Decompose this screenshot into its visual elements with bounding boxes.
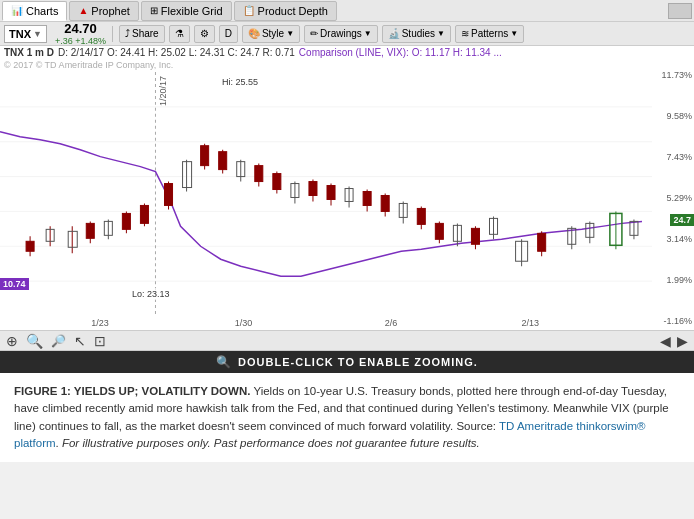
y-axis: 11.73% 9.58% 7.43% 5.29% 3.14% 1.99% -1.… [652, 46, 694, 330]
chart-info-bar: TNX 1 m D D: 2/14/17 O: 24.41 H: 25.02 L… [0, 46, 694, 59]
gear-icon: ⚙ [200, 28, 209, 39]
x-label-2: 1/30 [235, 318, 253, 328]
studies-dropdown-icon: ▼ [437, 29, 445, 38]
zoom-in-button[interactable]: 🔍 [24, 333, 45, 349]
zoom-out-button[interactable]: 🔎 [49, 334, 68, 348]
d-button[interactable]: D [219, 25, 238, 43]
lo-annotation: Lo: 23.13 [130, 288, 172, 300]
y-label-6: 1.99% [654, 275, 692, 285]
hi-annotation: Hi: 25.55 [220, 76, 260, 88]
style-button[interactable]: 🎨 Style ▼ [242, 25, 300, 43]
scroll-left-button[interactable]: ◀ [658, 333, 673, 349]
style-dropdown-icon: ▼ [286, 29, 294, 38]
grid-icon: ⊞ [150, 5, 158, 16]
zoom-icon: 🔍 [216, 355, 232, 369]
y-label-3: 7.43% [654, 152, 692, 162]
tab-prophet[interactable]: ▲ Prophet [69, 1, 138, 21]
patterns-button[interactable]: ≋ Patterns ▼ [455, 25, 524, 43]
x-label-1: 1/23 [91, 318, 109, 328]
zoom-bar[interactable]: 🔍 DOUBLE-CLICK TO ENABLE ZOOMING. [0, 351, 694, 373]
share-icon: ⤴ [125, 28, 130, 39]
flask-button[interactable]: ⚗ [169, 25, 190, 43]
cursor-button[interactable]: ↖ [72, 333, 88, 349]
window-controls[interactable] [668, 3, 692, 19]
svg-rect-34 [273, 174, 281, 190]
top-toolbar: 📊 Charts ▲ Prophet ⊞ Flexible Grid 📋 Pro… [0, 0, 694, 22]
svg-rect-38 [309, 182, 317, 196]
share-button[interactable]: ⤴ Share [119, 25, 165, 43]
flask-icon: ⚗ [175, 28, 184, 39]
svg-rect-44 [363, 192, 371, 206]
price-badge: 24.7 [670, 214, 694, 226]
caption-area: FIGURE 1: YIELDS UP; VOLATILITY DOWN. Yi… [0, 373, 694, 462]
svg-rect-26 [201, 146, 209, 166]
drawings-icon: ✏ [310, 28, 318, 39]
crosshair-button[interactable]: ⊡ [92, 333, 108, 349]
chart-svg [0, 72, 652, 316]
chart-area[interactable]: TNX 1 m D D: 2/14/17 O: 24.41 H: 25.02 L… [0, 46, 694, 331]
tab-flexible-grid[interactable]: ⊞ Flexible Grid [141, 1, 232, 21]
tab-product-depth[interactable]: 📋 Product Depth [234, 1, 337, 21]
drawings-button[interactable]: ✏ Drawings ▼ [304, 25, 378, 43]
svg-rect-28 [219, 152, 227, 170]
sep1 [112, 26, 113, 42]
x-axis: 1/23 1/30 2/6 2/13 [0, 316, 652, 330]
symbol-dropdown-icon[interactable]: ▼ [33, 29, 42, 39]
svg-rect-20 [140, 205, 148, 223]
date-annotation: 1/20/17 [158, 76, 168, 106]
caption-text: FIGURE 1: YIELDS UP; VOLATILITY DOWN. Yi… [14, 383, 680, 452]
studies-icon: 🔬 [388, 28, 400, 39]
symbol-input[interactable]: TNX ▼ [4, 25, 47, 43]
x-label-4: 2/13 [522, 318, 540, 328]
studies-button[interactable]: 🔬 Studies ▼ [382, 25, 451, 43]
svg-rect-62 [538, 233, 546, 251]
y-label-5: 3.14% [654, 234, 692, 244]
gear-button[interactable]: ⚙ [194, 25, 215, 43]
svg-rect-52 [435, 223, 443, 239]
svg-rect-46 [381, 195, 389, 211]
svg-rect-14 [86, 223, 94, 238]
svg-rect-8 [26, 241, 34, 251]
left-price-badge: 10.74 [0, 278, 29, 290]
svg-rect-22 [165, 184, 173, 206]
y-label-4: 5.29% [654, 193, 692, 203]
style-icon: 🎨 [248, 28, 260, 39]
y-label-2: 9.58% [654, 111, 692, 121]
patterns-icon: ≋ [461, 28, 469, 39]
price-display: 24.70 +.36 +1.48% [55, 21, 106, 46]
scroll-right-button[interactable]: ▶ [675, 333, 690, 349]
svg-rect-32 [255, 166, 263, 182]
charts-icon: 📊 [11, 5, 23, 16]
y-label-7: -1.16% [654, 316, 692, 326]
caption-figure: FIGURE 1: YIELDS UP; VOLATILITY DOWN. [14, 385, 250, 397]
x-label-3: 2/6 [385, 318, 398, 328]
tab-charts[interactable]: 📊 Charts [2, 1, 67, 21]
y-label-1: 11.73% [654, 70, 692, 80]
scroll-arrows: ◀ ▶ [658, 333, 690, 349]
drawings-dropdown-icon: ▼ [364, 29, 372, 38]
chart-copyright: © 2017 © TD Ameritrade IP Company, Inc. [4, 60, 173, 70]
second-toolbar: TNX ▼ 24.70 +.36 +1.48% ⤴ Share ⚗ ⚙ D 🎨 … [0, 22, 694, 46]
patterns-dropdown-icon: ▼ [510, 29, 518, 38]
svg-rect-18 [122, 213, 130, 229]
svg-rect-40 [327, 186, 335, 200]
svg-rect-56 [471, 228, 479, 244]
depth-icon: 📋 [243, 5, 255, 16]
prophet-icon: ▲ [78, 5, 88, 16]
chart-bottom-toolbar: ⊕ 🔍 🔎 ↖ ⊡ ◀ ▶ [0, 331, 694, 351]
caption-italic: For illustrative purposes only. Past per… [62, 437, 480, 449]
svg-rect-50 [417, 208, 425, 224]
plus-button[interactable]: ⊕ [4, 333, 20, 349]
